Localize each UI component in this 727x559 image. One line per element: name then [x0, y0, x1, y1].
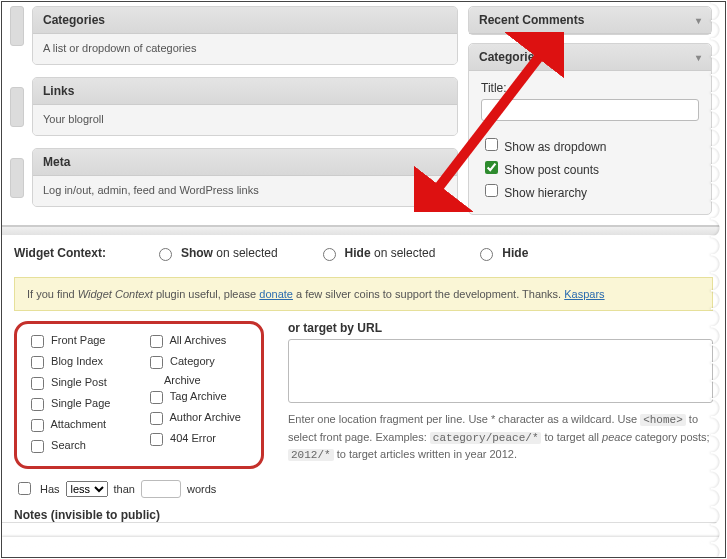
panel-title: Categories: [479, 50, 541, 64]
checkbox[interactable]: [31, 335, 44, 348]
widget-context-radio-group: Widget Context: Show on selected Hide on…: [14, 245, 713, 261]
torn-edge-decoration: [2, 537, 725, 557]
checkbox[interactable]: [31, 377, 44, 390]
widget-desc: Log in/out, admin, feed and WordPress li…: [33, 176, 457, 206]
loc-category-archive-l2: Archive: [146, 374, 251, 386]
available-widget-meta[interactable]: Meta Log in/out, admin, feed and WordPre…: [32, 148, 458, 207]
url-target-textarea[interactable]: [288, 339, 713, 403]
checkbox[interactable]: [31, 356, 44, 369]
counts-checkbox[interactable]: [485, 161, 498, 174]
checkbox[interactable]: [150, 433, 163, 446]
checkbox[interactable]: [31, 440, 44, 453]
hierarchy-checkbox-row[interactable]: Show hierarchy: [481, 181, 699, 200]
has-checkbox[interactable]: [18, 482, 31, 495]
dropdown-checkbox[interactable]: [485, 138, 498, 151]
loc-category-archive[interactable]: Category: [146, 353, 251, 372]
widget-title: Links: [33, 78, 457, 105]
has-select[interactable]: less: [66, 481, 108, 497]
loc-all-archives[interactable]: All Archives: [146, 332, 251, 351]
radio-show-on-selected[interactable]: Show on selected: [154, 245, 278, 261]
donate-link[interactable]: donate: [259, 288, 293, 300]
url-target-title: or target by URL: [288, 321, 713, 335]
radio-input[interactable]: [159, 248, 172, 261]
checkbox[interactable]: [150, 412, 163, 425]
widget-title: Categories: [33, 7, 457, 34]
location-checkboxes-highlight: Front Page Blog Index Single Post Single…: [14, 321, 264, 469]
checkbox[interactable]: [31, 419, 44, 432]
author-link[interactable]: Kaspars: [564, 288, 604, 300]
has-words-row[interactable]: Has less than words: [14, 479, 216, 498]
loc-author-archive[interactable]: Author Archive: [146, 409, 251, 428]
torn-edge-decoration: [711, 2, 725, 557]
drag-handle[interactable]: [10, 87, 24, 127]
loc-404[interactable]: 404 Error: [146, 430, 251, 449]
group-label: Widget Context:: [14, 246, 106, 260]
counts-checkbox-row[interactable]: Show post counts: [481, 158, 699, 177]
url-help-text: Enter one location fragment per line. Us…: [288, 411, 713, 464]
available-widget-categories[interactable]: Categories A list or dropdown of categor…: [32, 6, 458, 65]
chevron-down-icon[interactable]: ▾: [696, 15, 701, 26]
checkbox[interactable]: [150, 335, 163, 348]
radio-input[interactable]: [480, 248, 493, 261]
drag-handle[interactable]: [10, 158, 24, 198]
title-input[interactable]: [481, 99, 699, 121]
loc-blog-index[interactable]: Blog Index: [27, 353, 132, 372]
radio-hide-on-selected[interactable]: Hide on selected: [318, 245, 436, 261]
title-label: Title:: [481, 81, 699, 95]
donation-notice: If you find Widget Context plugin useful…: [14, 277, 713, 311]
panel-recent-comments[interactable]: Recent Comments ▾: [468, 6, 712, 35]
notes-label: Notes (invisible to public): [14, 508, 264, 522]
loc-single-page[interactable]: Single Page: [27, 395, 132, 414]
radio-input[interactable]: [323, 248, 336, 261]
chevron-down-icon[interactable]: ▾: [696, 52, 701, 63]
drag-handle[interactable]: [10, 6, 24, 46]
checkbox[interactable]: [31, 398, 44, 411]
loc-front-page[interactable]: Front Page: [27, 332, 132, 351]
widget-title: Meta: [33, 149, 457, 176]
panel-categories: Categories ▾ Title: Show as dropdown Sho…: [468, 43, 712, 215]
available-widget-links[interactable]: Links Your blogroll: [32, 77, 458, 136]
widget-desc: Your blogroll: [33, 105, 457, 135]
hierarchy-checkbox[interactable]: [485, 184, 498, 197]
checkbox[interactable]: [150, 391, 163, 404]
loc-tag-archive[interactable]: Tag Archive: [146, 388, 251, 407]
dropdown-checkbox-row[interactable]: Show as dropdown: [481, 135, 699, 154]
word-count-input[interactable]: [141, 480, 181, 498]
radio-hide[interactable]: Hide: [475, 245, 528, 261]
loc-attachment[interactable]: Attachment: [27, 416, 132, 435]
loc-search[interactable]: Search: [27, 437, 132, 456]
loc-single-post[interactable]: Single Post: [27, 374, 132, 393]
checkbox[interactable]: [150, 356, 163, 369]
panel-title: Recent Comments: [479, 13, 584, 27]
widget-desc: A list or dropdown of categories: [33, 34, 457, 64]
